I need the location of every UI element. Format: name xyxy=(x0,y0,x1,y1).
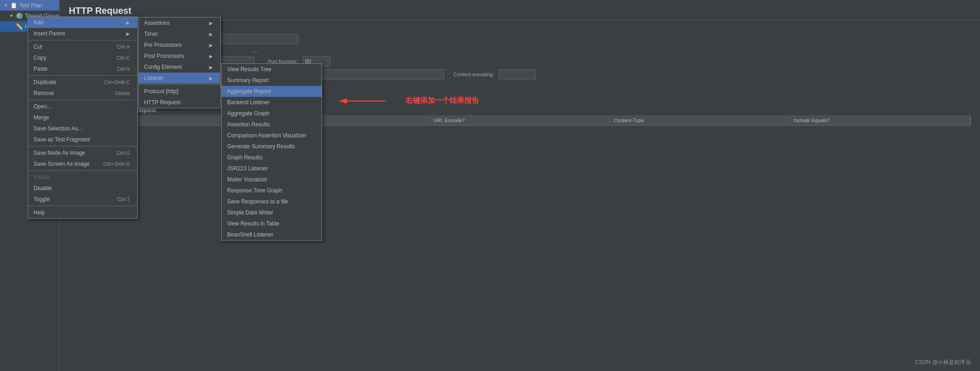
tree-arrow: ▼ xyxy=(4,3,8,8)
ctx-response-time-graph-label: Response Time Graph xyxy=(227,187,282,194)
ctx-insert-parent[interactable]: Insert Parent ▶ xyxy=(28,28,137,39)
ctx-cut-shortcut: Ctrl-X xyxy=(117,44,130,50)
ctx-remove-label: Remove xyxy=(33,90,54,96)
add-arrow-icon: ▶ xyxy=(126,20,130,25)
ctx-save-node-image-label: Save Node As Image xyxy=(33,150,85,156)
ctx-help[interactable]: Help xyxy=(28,207,137,218)
ctx-sep-3 xyxy=(28,100,137,100)
http-request-icon: ✏️ xyxy=(16,23,23,30)
tree-arrow: ▼ xyxy=(9,13,14,18)
ctx-pre-processors[interactable]: Pre Processors ▶ xyxy=(139,39,220,51)
ctx-paste[interactable]: Paste Ctrl-V xyxy=(28,63,137,74)
ctx-insert-parent-label: Insert Parent xyxy=(33,30,65,37)
encoding-label: Content encoding: xyxy=(453,72,494,77)
ctx-open-label: Open... xyxy=(33,103,51,110)
ctx-comparison-assertion[interactable]: Comparison Assertion Visualizer xyxy=(222,130,322,141)
ctx-backend-listener[interactable]: Backend Listener xyxy=(222,97,322,108)
ctx-enable: Enable xyxy=(28,172,137,183)
ellipsis: ... xyxy=(252,47,257,54)
ctx-aggregate-graph-label: Aggregate Graph xyxy=(227,110,269,117)
ctx-assertions-label: Assertions xyxy=(144,20,170,26)
ctx-post-processors[interactable]: Post Processors ▶ xyxy=(139,51,220,62)
ctx-sep-5 xyxy=(28,170,137,171)
ctx-aggregate-report-label: Aggregate Report xyxy=(227,88,271,95)
ctx-aggregate-report[interactable]: Aggregate Report xyxy=(222,86,322,97)
ctx-config-element[interactable]: Config Element ▶ xyxy=(139,62,220,73)
ctx-duplicate[interactable]: Duplicate Ctrl+Shift-C xyxy=(28,77,137,88)
ctx-save-selection-label: Save Selection As... xyxy=(33,125,83,132)
ctx-jsr223-listener[interactable]: JSR223 Listener xyxy=(222,163,322,174)
ctx-simple-data-writer[interactable]: Simple Data Writer xyxy=(222,207,322,218)
ctx-copy-label: Copy xyxy=(33,55,46,61)
ctx-pre-processors-label: Pre Processors xyxy=(144,42,182,48)
listener-submenu: View Results Tree Summary Report Aggrega… xyxy=(221,63,322,241)
ctx-aggregate-graph[interactable]: Aggregate Graph xyxy=(222,108,322,119)
ctx-merge[interactable]: Merge xyxy=(28,112,137,123)
ctx-toggle-label: Toggle xyxy=(33,196,50,202)
ctx-sep-4 xyxy=(28,146,137,146)
ctx-summary-report[interactable]: Summary Report xyxy=(222,75,322,86)
pre-processors-arrow-icon: ▶ xyxy=(209,43,213,48)
ctx-generate-summary[interactable]: Generate Summary Results xyxy=(222,141,322,152)
ctx-sep-1 xyxy=(28,40,137,40)
ctx-view-results-table[interactable]: View Results in Table xyxy=(222,218,322,229)
listener-arrow-icon: ▶ xyxy=(209,76,213,81)
encoding-input[interactable] xyxy=(499,69,535,79)
ctx-jsr223-listener-label: JSR223 Listener xyxy=(227,165,268,172)
ctx-post-processors-label: Post Processors xyxy=(144,53,184,59)
ctx-cut[interactable]: Cut Ctrl-X xyxy=(28,41,137,52)
col-url-encode: URL Encode? xyxy=(430,117,610,124)
context-menu: Add ▶ Insert Parent ▶ Cut Ctrl-X Copy Ct… xyxy=(28,17,138,219)
ctx-open[interactable]: Open... xyxy=(28,101,137,112)
ctx-remove-shortcut: Delete xyxy=(115,90,130,96)
tree-item-label: Test Plan xyxy=(19,2,42,9)
ctx-help-label: Help xyxy=(33,209,45,216)
ctx-duplicate-shortcut: Ctrl+Shift-C xyxy=(104,79,130,85)
ctx-save-fragment-label: Save as Test Fragment xyxy=(33,136,90,143)
ctx-backend-listener-label: Backend Listener xyxy=(227,99,270,106)
ctx-remove[interactable]: Remove Delete xyxy=(28,88,137,99)
ctx-copy[interactable]: Copy Ctrl-C xyxy=(28,52,137,63)
col-include-equals: Include Equals? xyxy=(790,117,970,124)
ctx-add[interactable]: Add ▶ xyxy=(28,17,137,28)
ctx-save-screen-shortcut: Ctrl+Shift-G xyxy=(103,161,130,167)
ctx-graph-results[interactable]: Graph Results xyxy=(222,152,322,163)
ctx-generate-summary-label: Generate Summary Results xyxy=(227,143,295,150)
ctx-http-request[interactable]: HTTP Request xyxy=(139,97,220,108)
ctx-merge-label: Merge xyxy=(33,114,49,121)
ctx-save-responses[interactable]: Save Responses to a file xyxy=(222,196,322,207)
ctx-mailer-visualizer[interactable]: Mailer Visualizer xyxy=(222,174,322,185)
ctx-toggle[interactable]: Toggle Ctrl-T xyxy=(28,194,137,205)
ctx-protocol-http[interactable]: Protocol [http]: xyxy=(139,86,220,97)
test-plan-icon: 📋 xyxy=(10,2,17,9)
ctx-save-selection[interactable]: Save Selection As... xyxy=(28,123,137,134)
ctx-config-element-label: Config Element xyxy=(144,64,182,70)
timer-arrow-icon: ▶ xyxy=(209,32,213,37)
ctx-view-results-tree[interactable]: View Results Tree xyxy=(222,64,322,75)
ctx-assertions[interactable]: Assertions ▶ xyxy=(139,17,220,28)
ctx-duplicate-label: Duplicate xyxy=(33,79,56,85)
post-processors-arrow-icon: ▶ xyxy=(209,54,213,59)
params-table-header: Name Value URL Encode? Content-Type Incl… xyxy=(69,115,971,126)
ctx-beanshell-listener[interactable]: BeanShell Listener xyxy=(222,229,322,240)
tree-item-test-plan[interactable]: ▼ 📋 Test Plan xyxy=(0,0,59,11)
ctx-paste-label: Paste xyxy=(33,66,48,72)
ctx-enable-label: Enable xyxy=(33,174,50,180)
ctx-timer[interactable]: Timer ▶ xyxy=(139,28,220,39)
ctx-toggle-shortcut: Ctrl-T xyxy=(117,197,130,202)
ctx-view-results-tree-label: View Results Tree xyxy=(227,66,272,73)
ctx-disable[interactable]: Disable xyxy=(28,183,137,194)
ctx-save-fragment[interactable]: Save as Test Fragment xyxy=(28,134,137,145)
add-submenu: Assertions ▶ Timer ▶ Pre Processors ▶ Po… xyxy=(138,17,221,108)
ctx-cut-label: Cut xyxy=(33,44,42,50)
ctx-view-results-table-label: View Results in Table xyxy=(227,220,279,227)
ctx-save-node-image[interactable]: Save Node As Image Ctrl-G xyxy=(28,147,137,158)
ctx-assertion-results[interactable]: Assertion Results xyxy=(222,119,322,130)
ctx-listener[interactable]: Listener ▶ xyxy=(139,73,220,84)
ctx-response-time-graph[interactable]: Response Time Graph xyxy=(222,185,322,196)
ctx-comparison-assertion-label: Comparison Assertion Visualizer xyxy=(227,132,306,139)
ctx-save-screen-image[interactable]: Save Screen As Image Ctrl+Shift-G xyxy=(28,158,137,169)
ctx-beanshell-listener-label: BeanShell Listener xyxy=(227,231,273,238)
watermark: CSDN @小林是程序员 xyxy=(915,359,971,366)
insert-parent-arrow-icon: ▶ xyxy=(126,31,130,36)
